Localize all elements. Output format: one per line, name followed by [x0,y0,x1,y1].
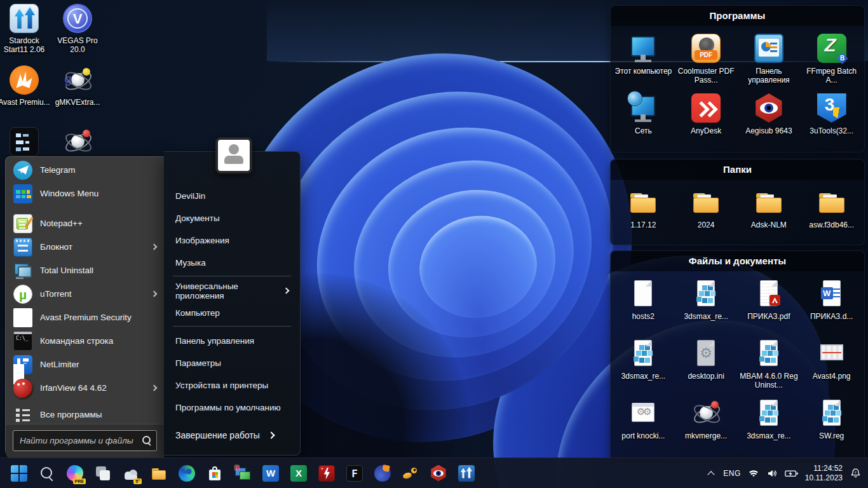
fence-folders: Папки 1.17.12 2024 Adsk-NLM asw.f3db46..… [610,159,865,245]
fence-item[interactable]: hosts2 [612,276,675,336]
fence-item[interactable]: FFmpeg Batch A... [800,31,863,91]
fence-item[interactable]: asw.f3db46... [800,185,863,248]
start-menu-app-label: NetLimiter [40,360,79,369]
start-menu-app-item[interactable]: IrfanView 64 4.62 [6,376,164,400]
fence-item[interactable]: ПРИКАЗ.pdf [738,276,801,336]
folder-icon [628,187,658,217]
fence-item[interactable]: SW.reg [800,396,863,456]
fence-programs-title[interactable]: Программы [611,6,864,26]
tbexplorer-icon [151,465,167,482]
start-menu-app-item[interactable]: Notepad++ [6,212,164,235]
taskbar-item[interactable] [147,461,170,485]
start-menu-app-item[interactable]: uTorrent [6,282,164,306]
start-menu-link-label: Универсальные приложения [175,281,284,301]
all-programs-button[interactable]: Все программы [6,405,164,424]
fence-item[interactable]: desktop.ini [675,336,738,396]
taskbar-item[interactable] [203,461,226,485]
tray-date: 10.11.2023 [805,473,843,483]
person-icon [229,144,239,154]
notification-bell-dnd-icon[interactable]: z [850,467,862,479]
all-programs-label: Все программы [40,410,102,419]
fence-item[interactable]: 3dsmax_re... [738,396,801,456]
fence-files-title[interactable]: Файлы и документы [611,251,864,271]
fence-item[interactable]: 3dsmax_re... [675,276,738,336]
fence-item[interactable]: Этот компьютер [612,31,675,91]
taskbar-item[interactable] [175,461,198,485]
start-menu-link[interactable]: Устройства и принтеры [164,374,300,396]
start-menu-link[interactable]: Изображения [164,229,300,252]
clock[interactable]: 11:24:52 10.11.2023 [805,464,843,482]
fence-item[interactable]: 3uTools(32... [800,91,863,151]
chevron-up-icon[interactable] [706,468,716,478]
fence-item[interactable]: MBAM 4.6.0 Reg Uninst... [738,336,801,396]
start-menu-app-item[interactable]: Telegram [6,158,164,182]
start-menu-app-item[interactable]: Блокнот [6,235,164,259]
volume-icon[interactable] [766,468,778,479]
start-menu-link[interactable]: Универсальные приложения [164,280,300,302]
network-icon [628,93,658,123]
divider [173,326,291,327]
wifi-icon[interactable] [748,468,759,479]
vegas-icon [63,4,92,33]
taskbar-item[interactable] [231,461,254,485]
start-menu-link-label: Музыка [175,258,206,268]
desktop-icon[interactable]: VEGAS Pro 20.0 [51,3,104,64]
image-icon [817,339,846,368]
fence-item[interactable]: mkvmerge... [675,396,738,456]
taskbar-item[interactable]: PRE [64,461,86,485]
fence-item[interactable]: 1.17.12 [612,185,675,248]
battery-charging-icon[interactable] [785,468,798,479]
taskbar-item[interactable] [455,461,478,485]
taskbar-item[interactable] [399,461,422,485]
fence-item[interactable]: Adsk-NLM [738,185,801,248]
fence-item[interactable]: port knocki... [612,396,675,456]
desktop-icon[interactable]: Stardock Start11 2.06 [0,3,51,64]
taskbar-item[interactable] [287,461,310,485]
search-input[interactable] [13,430,157,451]
start-menu-app-label: Telegram [40,165,76,175]
fence-item[interactable]: Aegisub 9643 [738,91,801,151]
search-icon[interactable] [142,435,152,445]
desktop-icon[interactable]: gMKVExtra... [51,64,104,126]
fence-item[interactable]: AnyDesk [675,91,738,151]
start-menu-app-label: uTorrent [40,289,72,299]
cmd-icon [13,332,32,351]
fence-item[interactable]: ПРИКАЗ.d... [800,276,863,336]
start-menu-app-item[interactable]: NetLimiter [6,353,164,376]
start-menu-link[interactable]: Панель управления [164,330,300,352]
fence-item[interactable]: Сеть [612,91,675,151]
start-menu-link[interactable]: Музыка [164,252,300,274]
desktop-icon[interactable]: Avast Premiu... [0,64,51,126]
start-menu-app-item[interactable]: Командная строка [6,329,164,353]
taskbar-item[interactable] [315,461,338,485]
start-menu-link[interactable]: Компьютер [164,302,300,324]
taskbar-item[interactable] [92,461,114,485]
taskbar-item[interactable] [259,461,282,485]
shutdown-button[interactable]: Завершение работы [164,424,300,446]
start-menu-link[interactable]: DevilJin [164,185,300,207]
taskbar-item[interactable] [427,461,450,485]
start-menu-app-item[interactable]: Total Uninstall [6,259,164,282]
fence-item[interactable]: Avast4.png [800,336,863,396]
fence-item-label: 1.17.12 [630,220,656,229]
fence-item[interactable]: 3dsmax_re... [612,336,675,396]
taskbar-item[interactable] [371,461,394,485]
start-menu-link[interactable]: Документы [164,207,300,229]
start-menu-link[interactable]: Программы по умолчанию [164,396,300,419]
irfanview-icon [12,377,34,399]
fence-item[interactable]: 2024 [675,185,738,248]
tbexcel-icon [290,465,307,482]
start-menu-link[interactable]: Параметры [164,352,300,374]
taskbar-item[interactable] [343,461,366,485]
taskbar-item[interactable] [8,461,31,485]
taskbar-item[interactable]: 5° [119,461,142,485]
start-menu-app-item[interactable]: Windows Menu [6,182,164,205]
taskbar-item[interactable] [36,461,58,485]
pdfdoc-icon [754,279,783,308]
fence-folders-title[interactable]: Папки [611,159,864,180]
fence-item[interactable]: Панель управления [738,31,801,91]
fence-item[interactable]: Coolmuster PDF Pass... [675,31,738,91]
start-menu-app-item[interactable]: Avast Premium Security [6,306,164,329]
language-indicator[interactable]: ENG [723,469,741,478]
user-avatar[interactable] [215,137,252,173]
